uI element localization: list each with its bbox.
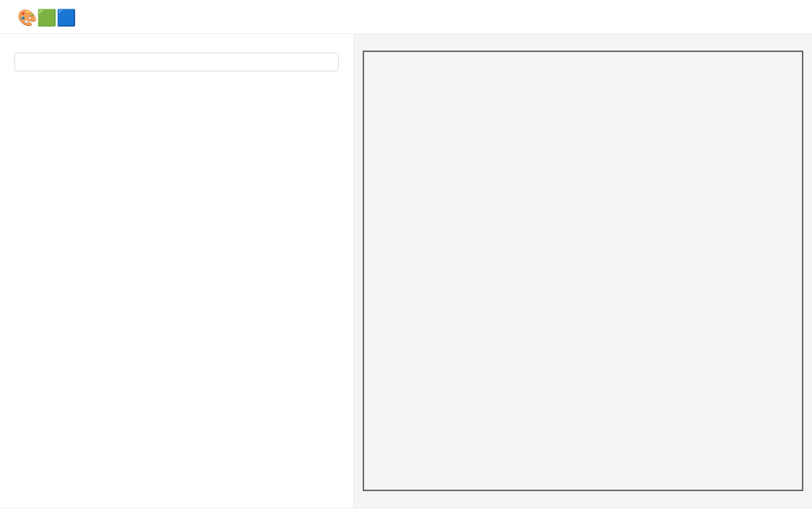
- logo: 🎨🟩🟦: [14, 9, 76, 27]
- footer: [0, 508, 812, 520]
- main-content: [0, 34, 812, 508]
- right-panel: [354, 34, 812, 508]
- left-panel: [0, 34, 354, 508]
- pattern-info-box: [14, 53, 339, 72]
- pixel-canvas: [363, 51, 803, 491]
- logo-emoji: 🎨🟩🟦: [17, 9, 76, 27]
- pixel-grid: [363, 51, 803, 491]
- page: 🎨🟩🟦: [0, 0, 812, 520]
- header: 🎨🟩🟦: [0, 0, 812, 34]
